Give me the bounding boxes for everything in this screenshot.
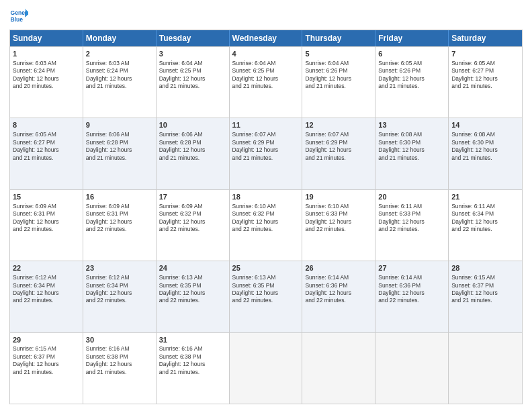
day-number: 14 (451, 120, 519, 130)
calendar-cell: 30Sunrise: 6:16 AMSunset: 6:38 PMDayligh… (83, 333, 157, 404)
day-info: Daylight: 12 hours (232, 218, 300, 226)
calendar-cell: 29Sunrise: 6:15 AMSunset: 6:37 PMDayligh… (10, 333, 83, 404)
day-number: 8 (13, 120, 80, 130)
day-number: 10 (159, 120, 226, 130)
calendar-cell: 2Sunrise: 6:03 AMSunset: 6:24 PMDaylight… (83, 47, 157, 118)
day-info: Sunrise: 6:06 AM (86, 131, 153, 138)
calendar-cell (375, 333, 449, 404)
day-info: Sunrise: 6:09 AM (86, 203, 153, 210)
day-number: 31 (159, 335, 226, 345)
day-info: Sunset: 6:34 PM (13, 282, 80, 289)
calendar-cell: 17Sunrise: 6:09 AMSunset: 6:32 PMDayligh… (157, 190, 230, 261)
day-number: 6 (378, 49, 445, 59)
day-number: 3 (159, 49, 226, 59)
day-info: Sunrise: 6:12 AM (86, 274, 153, 281)
day-info: Sunset: 6:31 PM (86, 210, 153, 218)
day-info: Sunset: 6:25 PM (159, 67, 226, 75)
calendar-cell (449, 333, 522, 404)
day-info: Sunset: 6:37 PM (451, 282, 519, 289)
day-info: Sunrise: 6:14 AM (378, 274, 445, 281)
header: General Blue (9, 7, 523, 26)
day-number: 5 (305, 49, 372, 59)
day-info: Sunrise: 6:06 AM (159, 131, 226, 138)
day-info: Sunrise: 6:05 AM (451, 60, 519, 67)
day-number: 23 (86, 263, 153, 273)
day-info: and 22 minutes. (13, 226, 80, 233)
day-info: Sunrise: 6:09 AM (13, 203, 80, 210)
calendar-header-day: Thursday (302, 30, 375, 46)
day-info: Sunset: 6:38 PM (86, 353, 153, 361)
day-number: 21 (451, 192, 519, 202)
calendar-body: 1Sunrise: 6:03 AMSunset: 6:24 PMDaylight… (10, 46, 522, 404)
svg-text:Blue: Blue (11, 16, 24, 23)
calendar-cell: 18Sunrise: 6:10 AMSunset: 6:32 PMDayligh… (230, 190, 303, 261)
day-info: and 22 minutes. (378, 226, 445, 233)
day-info: Sunrise: 6:10 AM (305, 203, 372, 210)
day-info: Daylight: 12 hours (305, 75, 372, 83)
calendar-cell: 14Sunrise: 6:08 AMSunset: 6:30 PMDayligh… (449, 118, 522, 189)
day-number: 9 (86, 120, 153, 130)
logo-icon: General Blue (9, 7, 28, 26)
day-info: Sunrise: 6:08 AM (451, 131, 519, 138)
day-info: Daylight: 12 hours (451, 218, 519, 226)
day-info: Daylight: 12 hours (451, 289, 519, 297)
calendar-cell: 3Sunrise: 6:04 AMSunset: 6:25 PMDaylight… (157, 47, 230, 118)
calendar-cell: 9Sunrise: 6:06 AMSunset: 6:28 PMDaylight… (83, 118, 157, 189)
day-number: 22 (13, 263, 80, 273)
day-info: Sunset: 6:35 PM (232, 282, 300, 289)
day-number: 4 (232, 49, 300, 59)
day-info: and 21 minutes. (86, 154, 153, 162)
day-info: Daylight: 12 hours (159, 361, 226, 368)
day-info: Sunset: 6:24 PM (86, 67, 153, 75)
day-info: Sunrise: 6:15 AM (451, 274, 519, 281)
day-info: Daylight: 12 hours (451, 146, 519, 154)
day-info: Daylight: 12 hours (86, 361, 153, 368)
calendar-cell: 22Sunrise: 6:12 AMSunset: 6:34 PMDayligh… (10, 261, 83, 332)
day-info: Daylight: 12 hours (232, 75, 300, 83)
day-info: Sunrise: 6:05 AM (13, 131, 80, 138)
day-info: Sunrise: 6:09 AM (159, 203, 226, 210)
calendar-cell (302, 333, 375, 404)
day-info: Sunset: 6:32 PM (232, 210, 300, 218)
day-info: Sunset: 6:38 PM (159, 353, 226, 361)
day-number: 25 (232, 263, 300, 273)
day-info: Sunrise: 6:12 AM (13, 274, 80, 281)
calendar-cell: 23Sunrise: 6:12 AMSunset: 6:34 PMDayligh… (83, 261, 157, 332)
day-info: Daylight: 12 hours (305, 289, 372, 297)
calendar-cell: 16Sunrise: 6:09 AMSunset: 6:31 PMDayligh… (83, 190, 157, 261)
calendar-cell: 21Sunrise: 6:11 AMSunset: 6:34 PMDayligh… (449, 190, 522, 261)
day-info: Daylight: 12 hours (86, 218, 153, 226)
calendar-cell: 13Sunrise: 6:08 AMSunset: 6:30 PMDayligh… (375, 118, 449, 189)
calendar-header-day: Friday (375, 30, 449, 46)
calendar-cell: 5Sunrise: 6:04 AMSunset: 6:26 PMDaylight… (302, 47, 375, 118)
day-info: Daylight: 12 hours (232, 289, 300, 297)
day-number: 15 (13, 192, 80, 202)
day-info: Daylight: 12 hours (159, 75, 226, 83)
day-info: and 22 minutes. (451, 226, 519, 233)
day-info: Sunrise: 6:04 AM (232, 60, 300, 67)
day-info: Sunset: 6:32 PM (159, 210, 226, 218)
day-number: 12 (305, 120, 372, 130)
day-info: Sunrise: 6:03 AM (13, 60, 80, 67)
calendar-header: SundayMondayTuesdayWednesdayThursdayFrid… (10, 30, 522, 46)
day-info: and 21 minutes. (159, 369, 226, 376)
day-info: Sunset: 6:25 PM (232, 67, 300, 75)
day-info: Daylight: 12 hours (13, 289, 80, 297)
day-number: 18 (232, 192, 300, 202)
calendar-row: 15Sunrise: 6:09 AMSunset: 6:31 PMDayligh… (10, 189, 522, 261)
day-info: and 21 minutes. (13, 369, 80, 376)
day-info: Sunrise: 6:04 AM (305, 60, 372, 67)
calendar-cell: 25Sunrise: 6:13 AMSunset: 6:35 PMDayligh… (230, 261, 303, 332)
day-info: and 22 minutes. (159, 226, 226, 233)
day-info: Sunrise: 6:07 AM (232, 131, 300, 138)
calendar-header-day: Wednesday (230, 30, 303, 46)
day-info: Daylight: 12 hours (232, 146, 300, 154)
day-info: Sunset: 6:33 PM (305, 210, 372, 218)
day-info: Sunrise: 6:10 AM (232, 203, 300, 210)
calendar-cell: 12Sunrise: 6:07 AMSunset: 6:29 PMDayligh… (302, 118, 375, 189)
day-info: and 21 minutes. (451, 83, 519, 90)
day-number: 1 (13, 49, 80, 59)
day-info: Sunrise: 6:04 AM (159, 60, 226, 67)
day-info: and 21 minutes. (159, 154, 226, 162)
day-info: Sunset: 6:27 PM (451, 67, 519, 75)
